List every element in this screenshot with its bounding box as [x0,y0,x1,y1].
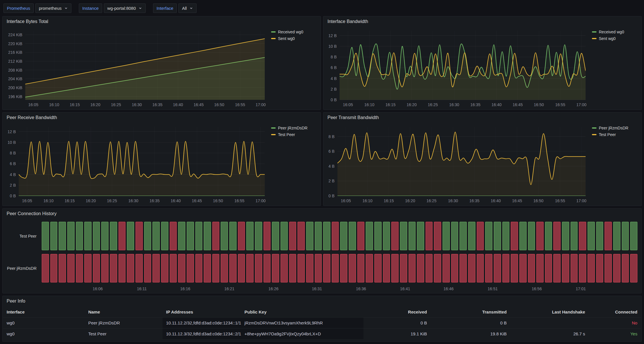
column-header[interactable]: Interface [3,306,85,317]
column-header[interactable]: Connected [588,306,641,317]
y-axis-label: 6 B [328,149,334,154]
state-bar-disconnected [170,254,177,282]
legend-series-color [271,134,276,135]
state-bar-disconnected [511,254,518,282]
state-bar-connected [178,222,185,250]
state-bar-connected [502,222,510,250]
panel-peer-receive-bandwidth: Peer Receive Bandwidth 0 B2 B4 B6 B8 B10… [2,112,321,206]
table-cell: 10.11.12.2/32,fdfd:d3ad:c0de:1234::1/128 [163,318,241,328]
state-bar-disconnected [178,254,185,282]
var-instance: Instance wg-portal:8080 [79,3,146,13]
x-axis-label: 16:56 [532,286,542,291]
legend-series-name: Peer jRzmDsDR [278,126,308,130]
table-cell: 0 B [363,318,430,328]
x-axis-label: 17:00 [576,198,586,203]
x-axis-label: 16:05 [28,102,38,107]
state-bar-disconnected [443,254,450,282]
legend-item[interactable]: Sent wg0 [271,36,318,41]
var-label-interface: Interface [153,3,177,13]
panel-header: Interface Bytes Total [3,16,321,27]
state-bar-connected [195,222,203,250]
panel-body: 0 B2 B4 B6 B8 B10 B12 B16:0516:1016:1516… [323,27,641,110]
variables-bar: Prometheus prometheus Instance wg-portal… [2,2,642,14]
state-bar-connected [613,222,620,250]
x-axis-label: 16:05 [341,198,351,203]
state-bar-connected [315,222,322,250]
chevron-down-icon [189,6,193,10]
state-bar-connected [451,222,458,250]
x-axis-label: 16:40 [173,102,183,107]
interface-dropdown[interactable]: All [178,3,197,13]
y-axis-label: 2 B [10,183,16,188]
panel-body: 196 KiB200 KiB204 KiB208 KiB212 KiB216 K… [3,27,321,110]
state-bar-disconnected [605,222,612,250]
state-bar-disconnected [332,222,339,250]
peer-receive-bandwidth-chart[interactable]: 0 B2 B4 B6 B8 B10 B12 B16:0516:1016:1516… [4,123,268,205]
state-bar-disconnected [212,254,220,282]
interface-bytes-total-chart[interactable]: 196 KiB200 KiB204 KiB208 KiB212 KiB216 K… [4,27,268,108]
table-cell: jRzmDsDRVnwCt13vsyamXherk9L9RhR [241,318,363,328]
panel-header: Peer Connection History [3,209,641,219]
series-line [19,141,265,179]
state-bar-disconnected [59,254,66,282]
x-axis-label: 16:50 [534,102,544,107]
x-axis-label: 16:35 [149,198,159,203]
x-axis-label: 17:00 [576,102,586,107]
y-axis-label: 200 KiB [8,85,22,90]
panel-peer-connection-history: Peer Connection History Test PeerPeer jR… [2,208,642,293]
x-axis-label: 16:20 [86,198,96,203]
x-axis-label: 16:10 [43,198,54,203]
column-header[interactable]: Public Key [241,306,363,317]
legend-item[interactable]: Peer jRzmDsDR [592,126,639,130]
x-axis-label: 16:15 [64,198,75,203]
x-axis-label: 16:25 [426,198,437,203]
state-bar-disconnected [349,254,356,282]
state-bar-connected [204,222,211,250]
chart-legend: Received wg0Sent wg0 [268,27,318,108]
peer-transmit-bandwidth-chart[interactable]: 0 B2 B4 B6 B8 B16:0516:1016:1516:2016:25… [325,123,589,205]
interface-bandwidth-chart[interactable]: 0 B2 B4 B6 B8 B10 B12 B16:0516:1016:1516… [325,27,589,108]
column-header[interactable]: Received [363,306,430,317]
x-axis-label: 16:26 [268,286,279,291]
state-bar-disconnected [477,254,484,282]
table-header-row: InterfaceNameIP AddressesPublic KeyRecei… [3,306,641,317]
table-cell: Yes [588,328,641,339]
x-axis-label: 16:35 [152,102,162,107]
y-axis-label: 4 B [331,76,337,81]
panel-header: Peer Transmit Bandwidth [323,112,641,123]
legend-series-name: Received wg0 [278,30,303,34]
y-axis-label: 4 B [10,172,16,177]
y-axis-label: 0 B [331,98,337,102]
state-bar-disconnected [383,254,390,282]
state-bar-disconnected [153,254,160,282]
y-axis-label: 0 B [10,194,16,198]
state-bar-disconnected [264,254,271,282]
x-axis-label: 16:35 [469,198,479,203]
state-bar-disconnected [451,254,458,282]
legend-item[interactable]: Test Peer [271,132,318,137]
column-header[interactable]: Name [85,306,163,317]
datasource-dropdown[interactable]: prometheus [35,3,71,13]
column-header[interactable]: Last Handshake [510,306,589,317]
legend-item[interactable]: Sent wg0 [592,36,639,41]
interface-dropdown-value: All [182,6,187,11]
state-bar-disconnected [127,254,134,282]
instance-dropdown[interactable]: wg-portal:8080 [104,3,146,13]
state-bar-disconnected [571,254,578,282]
legend-item[interactable]: Test Peer [592,132,639,137]
y-axis-label: 6 B [331,65,337,70]
legend-item[interactable]: Peer jRzmDsDR [271,126,318,130]
legend-item[interactable]: Received wg0 [271,30,318,34]
x-axis-label: 16:15 [70,102,80,107]
datasource-dropdown-value: prometheus [39,6,62,11]
column-header[interactable]: Transmitted [430,306,510,317]
state-bar-disconnected [485,254,492,282]
legend-series-name: Sent wg0 [278,36,295,41]
legend-item[interactable]: Received wg0 [592,30,639,34]
table-cell: 10.11.12.3/32,fdfd:d3ad:c0de:1234::2/128 [163,328,241,339]
state-bar-disconnected [238,222,245,250]
column-header[interactable]: IP Addresses [163,306,241,317]
state-bar-disconnected [212,222,220,250]
table-cell [510,318,589,328]
state-bar-connected [562,222,569,250]
